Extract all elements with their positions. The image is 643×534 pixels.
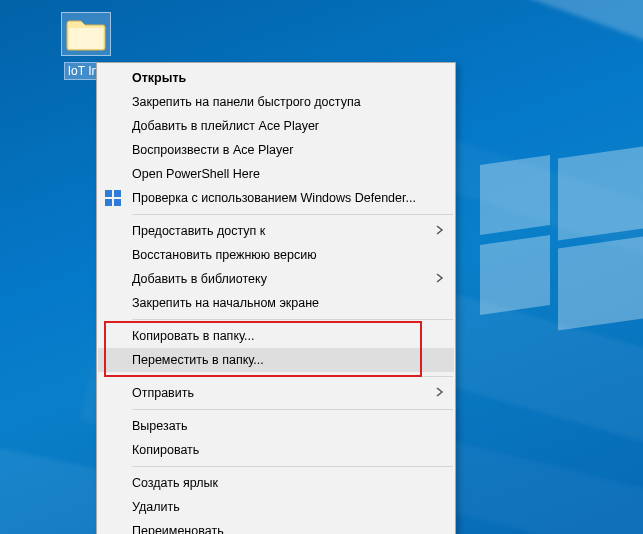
menu-item-grant-access[interactable]: Предоставить доступ к (98, 219, 454, 243)
defender-shield-icon (104, 189, 122, 207)
windows-logo-pane (480, 155, 550, 235)
menu-item-powershell[interactable]: Open PowerShell Here (98, 162, 454, 186)
menu-item-label: Воспроизвести в Ace Player (132, 143, 426, 157)
menu-item-delete[interactable]: Удалить (98, 495, 454, 519)
menu-item-label: Вырезать (132, 419, 426, 433)
menu-item-ace-playlist[interactable]: Добавить в плейлист Ace Player (98, 114, 454, 138)
menu-item-library[interactable]: Добавить в библиотеку (98, 267, 454, 291)
menu-item-label: Переместить в папку... (132, 353, 426, 367)
menu-item-label: Переименовать (132, 524, 426, 534)
menu-item-pin-start[interactable]: Закрепить на начальном экране (98, 291, 454, 315)
menu-item-copy-to[interactable]: Копировать в папку... (98, 324, 454, 348)
svg-rect-2 (105, 199, 112, 206)
menu-item-label: Открыть (132, 71, 426, 85)
windows-logo-pane (558, 142, 643, 241)
chevron-right-icon (436, 273, 444, 285)
menu-item-label: Предоставить доступ к (132, 224, 426, 238)
svg-rect-0 (105, 190, 112, 197)
menu-item-restore-prev[interactable]: Восстановить прежнюю версию (98, 243, 454, 267)
menu-item-pin-quick[interactable]: Закрепить на панели быстрого доступа (98, 90, 454, 114)
desktop[interactable]: IoT Ins ОткрытьЗакрепить на панели быстр… (0, 0, 643, 534)
menu-item-send-to[interactable]: Отправить (98, 381, 454, 405)
menu-separator (132, 376, 453, 377)
menu-item-rename[interactable]: Переименовать (98, 519, 454, 534)
menu-item-label: Копировать (132, 443, 426, 457)
menu-separator (132, 409, 453, 410)
chevron-right-icon (436, 387, 444, 399)
menu-item-move-to[interactable]: Переместить в папку... (98, 348, 454, 372)
menu-item-label: Отправить (132, 386, 426, 400)
menu-item-ace-play[interactable]: Воспроизвести в Ace Player (98, 138, 454, 162)
svg-rect-3 (114, 199, 121, 206)
menu-item-label: Восстановить прежнюю версию (132, 248, 426, 262)
menu-item-label: Закрепить на начальном экране (132, 296, 426, 310)
menu-item-open[interactable]: Открыть (98, 66, 454, 90)
menu-item-label: Создать ярлык (132, 476, 426, 490)
menu-separator (132, 214, 453, 215)
menu-separator (132, 319, 453, 320)
menu-item-cut[interactable]: Вырезать (98, 414, 454, 438)
menu-item-copy[interactable]: Копировать (98, 438, 454, 462)
menu-item-label: Закрепить на панели быстрого доступа (132, 95, 426, 109)
folder-icon (61, 12, 111, 56)
menu-item-label: Проверка с использованием Windows Defend… (132, 191, 426, 205)
windows-logo-pane (558, 232, 643, 331)
menu-item-label: Добавить в плейлист Ace Player (132, 119, 426, 133)
svg-rect-1 (114, 190, 121, 197)
menu-item-label: Open PowerShell Here (132, 167, 426, 181)
context-menu: ОткрытьЗакрепить на панели быстрого дост… (96, 62, 456, 534)
menu-item-label: Удалить (132, 500, 426, 514)
menu-item-shortcut[interactable]: Создать ярлык (98, 471, 454, 495)
windows-logo-pane (480, 235, 550, 315)
menu-item-label: Добавить в библиотеку (132, 272, 426, 286)
chevron-right-icon (436, 225, 444, 237)
menu-separator (132, 466, 453, 467)
menu-item-label: Копировать в папку... (132, 329, 426, 343)
menu-item-defender[interactable]: Проверка с использованием Windows Defend… (98, 186, 454, 210)
